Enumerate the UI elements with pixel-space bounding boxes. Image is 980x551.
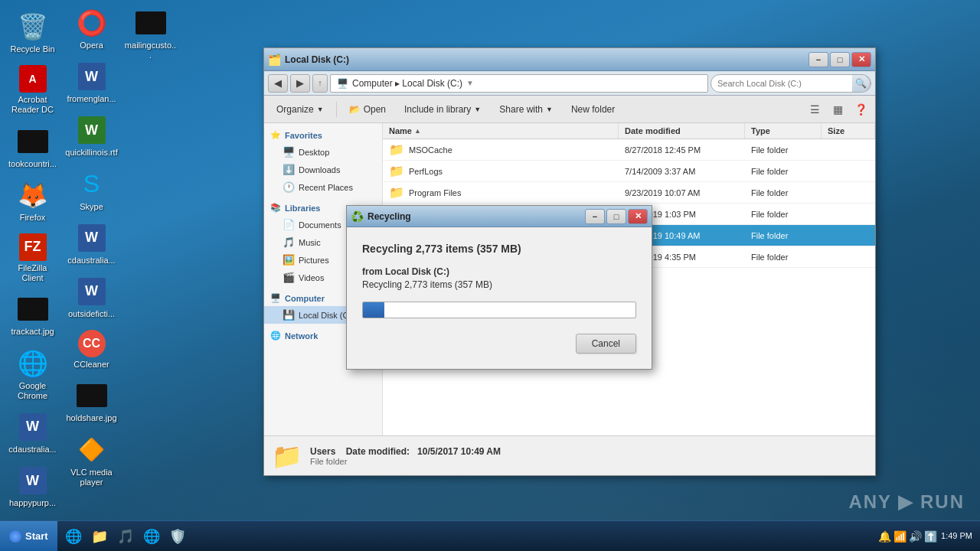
search-input[interactable]: [711, 79, 852, 88]
sidebar-item-recent[interactable]: 🕐 Recent Places: [264, 178, 382, 196]
minimize-button[interactable]: −: [808, 52, 828, 67]
titlebar-folder-icon: 🗂️: [268, 54, 281, 66]
filezilla-label: FileZilla Client: [6, 263, 59, 283]
fromenglan-label: fromenglan...: [67, 94, 116, 104]
desktop-icon-vlc[interactable]: 🔶 VLC media player: [63, 431, 120, 491]
file-date-perflogs: 7/14/2009 3:37 AM: [619, 164, 745, 179]
status-date-value: 10/5/2017 10:49 AM: [417, 446, 501, 457]
desktop-icon-filezilla[interactable]: FZ FileZilla Client: [4, 230, 61, 287]
dialog-minimize-button[interactable]: −: [585, 209, 605, 224]
progress-bar-container: [362, 302, 636, 318]
window-controls: − □ ✕: [808, 52, 871, 67]
taskbar-shield-icon[interactable]: 🛡️: [165, 524, 190, 549]
cancel-button[interactable]: Cancel: [576, 334, 636, 354]
desktop-icon-happypurp[interactable]: W happypurp...: [4, 461, 61, 512]
help-button[interactable]: ❓: [850, 99, 871, 120]
file-name-msocache: MSOCache: [409, 145, 452, 155]
organize-button[interactable]: Organize ▼: [268, 99, 332, 120]
dialog-title-icon: ♻️: [351, 210, 364, 223]
up-button[interactable]: ↑: [312, 74, 328, 93]
new-folder-button[interactable]: New folder: [563, 99, 623, 120]
search-button[interactable]: 🔍: [852, 74, 871, 93]
view-button[interactable]: ☰: [804, 99, 825, 120]
dialog-title: Recycling: [368, 211, 585, 222]
network-label: Network: [285, 331, 318, 341]
desktop-icon-skype[interactable]: S Skype: [63, 165, 120, 216]
sidebar-desktop-label: Desktop: [299, 148, 329, 157]
taskbar-explorer-icon[interactable]: 📁: [87, 524, 112, 549]
dialog-footer: Cancel: [362, 334, 636, 357]
chrome-icon: 🌐: [18, 348, 48, 379]
acrobat-label: Acrobat Reader DC: [6, 95, 59, 115]
tray-icon-2[interactable]: 📶: [893, 530, 906, 543]
downloads-nav-icon: ⬇️: [283, 164, 295, 175]
desktop-icon-holdshare[interactable]: holdshare.jpg: [63, 377, 120, 427]
start-button[interactable]: Start: [0, 521, 57, 552]
taskbar-media-icon[interactable]: 🎵: [113, 524, 138, 549]
dialog-close-button[interactable]: ✕: [628, 209, 648, 224]
desktop-icon-chrome[interactable]: 🌐 Google Chrome: [4, 344, 61, 405]
desktop-icon-mailingcust[interactable]: mailingcusto...: [122, 4, 179, 64]
start-label: Start: [25, 530, 48, 542]
system-tray: 🔔 📶 🔊 ⬆️ 1:49 PM: [871, 530, 980, 543]
col-header-size[interactable]: Size: [822, 123, 875, 139]
tray-icon-4[interactable]: ⬆️: [924, 530, 937, 543]
recycle-bin-icon: 🗑️: [18, 11, 48, 42]
desktop-nav-icon: 🖥️: [283, 146, 295, 158]
desktop-icon-fromenglan[interactable]: W fromenglan...: [63, 57, 120, 108]
sidebar-item-desktop[interactable]: 🖥️ Desktop: [264, 143, 382, 161]
holdshare-icon: [77, 380, 107, 411]
forward-button[interactable]: ▶: [290, 74, 310, 93]
taskbar-ie-icon[interactable]: 🌐: [61, 524, 86, 549]
file-row-msocache[interactable]: 📁 MSOCache 8/27/2018 12:45 PM File folde…: [383, 139, 875, 161]
desktop-icon-recycle-bin[interactable]: 🗑️ Recycle Bin: [4, 8, 61, 58]
desktop-icon-outsideficti[interactable]: W outsideficti...: [63, 272, 120, 323]
desktop-icon-ccleaner[interactable]: CC CCleaner: [63, 326, 120, 373]
address-breadcrumb[interactable]: 🖥️ Computer ▸ Local Disk (C:) ▼: [330, 74, 708, 93]
col-header-date[interactable]: Date modified: [619, 123, 745, 139]
file-row-perflogs[interactable]: 📁 PerfLogs 7/14/2009 3:37 AM File folder: [383, 161, 875, 182]
include-library-button[interactable]: Include in library ▼: [396, 99, 489, 120]
computer-label: Computer: [285, 294, 325, 303]
cdaustralia2-icon: W: [77, 223, 107, 253]
toolbar: Organize ▼ 📂 Open Include in library ▼ S…: [264, 96, 875, 123]
desktop-icon-opera[interactable]: ⭕ Opera: [63, 4, 120, 54]
ccleaner-label: CCleaner: [74, 360, 109, 370]
desktop-icon-cdaustralia2[interactable]: W cdaustralia...: [63, 219, 120, 269]
computer-nav-icon: 🖥️: [270, 293, 281, 303]
skype-icon: S: [77, 169, 107, 200]
dialog-maximize-button[interactable]: □: [606, 209, 626, 224]
outsideficti-icon: W: [77, 276, 107, 307]
maximize-button[interactable]: □: [830, 52, 850, 67]
favorites-header[interactable]: ⭐ Favorites: [264, 127, 382, 143]
file-type-programfiles: File folder: [745, 185, 822, 201]
close-button[interactable]: ✕: [851, 52, 871, 67]
share-with-button[interactable]: Share with ▼: [491, 99, 561, 120]
localdisk-nav-icon: 💾: [283, 309, 295, 321]
col-header-type[interactable]: Type: [745, 123, 822, 139]
desktop-icon-acrobat[interactable]: A Acrobat Reader DC: [4, 61, 61, 119]
sidebar-item-downloads[interactable]: ⬇️ Downloads: [264, 161, 382, 178]
desktop-icon-trackact[interactable]: trackact.jpg: [4, 290, 61, 341]
file-type-users: File folder: [745, 228, 822, 243]
back-button[interactable]: ◀: [268, 74, 288, 93]
desktop-icon-quickillinois[interactable]: W quickillinois.rtf: [63, 111, 120, 161]
network-nav-icon: 🌐: [270, 331, 281, 341]
sidebar-downloads-label: Downloads: [299, 165, 340, 174]
view-button-2[interactable]: ▦: [827, 99, 848, 120]
file-row-programfiles[interactable]: 📁 Program Files 9/23/2019 10:07 AM File …: [383, 182, 875, 204]
open-button[interactable]: 📂 Open: [341, 99, 394, 120]
desktop-icon-tookcountri[interactable]: tookcountri...: [4, 122, 61, 173]
tray-icon-1[interactable]: 🔔: [878, 530, 891, 543]
system-clock[interactable]: 1:49 PM: [941, 530, 972, 542]
tray-speaker-icon[interactable]: 🔊: [909, 530, 922, 543]
taskbar-quicklaunch: 🌐 📁 🎵 🌐 🛡️: [57, 521, 194, 551]
desktop-icon-firefox[interactable]: 🦊 Firefox: [4, 176, 61, 227]
desktop-icon-cdaustralia[interactable]: W cdaustralia...: [4, 408, 61, 458]
firefox-label: Firefox: [20, 213, 46, 223]
col-header-name[interactable]: Name ▲: [383, 123, 619, 139]
taskbar-chrome-icon[interactable]: 🌐: [139, 524, 164, 549]
file-date-msocache: 8/27/2018 12:45 PM: [619, 142, 745, 158]
toolbar-separator-1: [336, 102, 337, 117]
dialog-sub-text: Recycling 2,773 items (357 MB): [362, 279, 636, 290]
